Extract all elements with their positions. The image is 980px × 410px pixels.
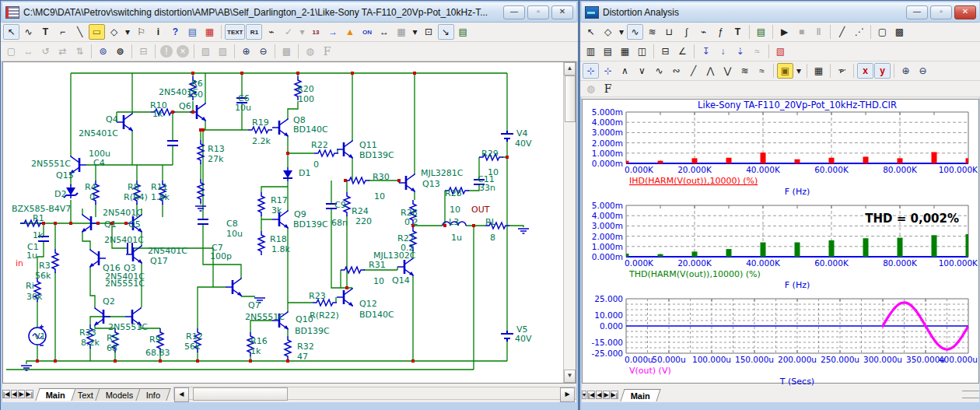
ihd-chart[interactable]: Like-Sony TA-F110_20Vp-Pot_10kHz-THD.CIR…: [583, 100, 978, 196]
cursor-left-icon[interactable]: ⊹: [583, 63, 599, 79]
cursor-mode-icon[interactable]: ≋: [644, 24, 660, 40]
minimize-button[interactable]: —: [906, 5, 928, 19]
go-to-performance-icon[interactable]: 'P': [834, 63, 850, 79]
horizontal-stripes-icon[interactable]: ▤: [600, 44, 616, 59]
tab-info[interactable]: Info: [135, 388, 171, 401]
close-button[interactable]: ✕: [954, 5, 976, 19]
cursor-tag-left-icon[interactable]: ↧: [698, 44, 714, 59]
scale-mode-icon[interactable]: ∿: [627, 24, 643, 40]
global-low-icon[interactable]: ⋁: [719, 63, 736, 79]
plot-nav-button[interactable]: ▶|: [611, 391, 618, 399]
plot-nav-button[interactable]: |◀: [587, 391, 595, 399]
hscroll-thumb[interactable]: [193, 387, 288, 401]
probe-mode-icon[interactable]: ⌁: [695, 24, 712, 40]
hscroll-left-button[interactable]: ◀: [174, 387, 189, 402]
copy-picture-icon[interactable]: ▤: [184, 24, 201, 40]
tab-main[interactable]: Main: [620, 389, 660, 401]
grid-dropdown-icon[interactable]: ▾: [411, 24, 420, 40]
pattern-icon[interactable]: ▩: [278, 44, 295, 59]
shape-mode-icon[interactable]: ◇: [600, 24, 616, 40]
stretch-icon[interactable]: ↔: [20, 44, 37, 59]
flip-vertical-icon[interactable]: ⇅: [72, 44, 88, 59]
measure-tool-icon[interactable]: ↔: [376, 24, 393, 40]
display-attributes-icon[interactable]: R1: [246, 24, 262, 40]
high-icon[interactable]: ∿: [651, 63, 667, 79]
sensitive-part-icon[interactable]: ▦: [201, 24, 218, 40]
branch-dropdown-icon[interactable]: ▾: [794, 63, 803, 79]
low-icon[interactable]: ∾: [668, 63, 684, 79]
zoom-in-icon[interactable]: ⊕: [898, 63, 914, 79]
globe-icon[interactable]: ◍: [302, 44, 318, 59]
cursor-wire-icon[interactable]: ↘: [438, 24, 454, 40]
split-window-icon[interactable]: ⊡: [421, 24, 437, 40]
cursor-right-icon[interactable]: ⊹: [600, 63, 616, 79]
plot-nav-button[interactable]: ▾: [582, 391, 586, 399]
wire-mode-icon[interactable]: ∿: [20, 24, 37, 40]
shape-mode-icon[interactable]: ◇: [106, 24, 122, 40]
wave-tag-icon[interactable]: ≈: [749, 44, 765, 59]
charts-panel[interactable]: Like-Sony TA-F110_20Vp-Pot_10kHz-THD.CIR…: [582, 99, 979, 384]
hscroll-right-button[interactable]: ▶: [560, 387, 575, 402]
properties-icon[interactable]: ▤: [753, 24, 769, 40]
globe-icon[interactable]: ◍: [583, 81, 599, 96]
envelope-top-icon[interactable]: ≋: [737, 63, 753, 79]
ortho-wire-icon[interactable]: ⌐: [54, 24, 71, 40]
text-mode-icon[interactable]: T: [37, 24, 54, 40]
select-cursor-icon[interactable]: ↖: [583, 24, 599, 40]
global-high-icon[interactable]: ⋀: [702, 63, 719, 79]
current-display-icon[interactable]: →: [325, 24, 341, 40]
rotate-icon[interactable]: ↺: [37, 44, 54, 59]
go-to-branch-icon[interactable]: ▣: [777, 63, 793, 79]
pause-icon[interactable]: ‖: [810, 24, 827, 40]
stop-icon[interactable]: ■: [793, 24, 810, 40]
dot-grid-icon[interactable]: ▦: [617, 44, 633, 59]
zoom-out-icon[interactable]: ⊖: [915, 63, 931, 79]
numeric-output-icon[interactable]: ▦: [810, 63, 827, 79]
scroll-up-button[interactable]: ▲: [564, 62, 576, 75]
help-mode-icon[interactable]: ?: [167, 24, 184, 40]
display-pin-names-icon[interactable]: ⌁: [263, 24, 279, 40]
cursor-tag-icon[interactable]: ↓: [715, 44, 731, 59]
tab-main[interactable]: Main: [35, 388, 75, 401]
x-scale-icon[interactable]: x: [857, 63, 873, 79]
vout-chart[interactable]: 25.00010.0000.000-15.000-25.0000.000u50.…: [583, 294, 978, 386]
line-mode-icon[interactable]: ╲: [72, 24, 88, 40]
stamp-paste-icon[interactable]: ▨: [215, 44, 231, 59]
schematic-vscrollbar[interactable]: ▲ ▼: [563, 62, 576, 383]
grid-toggle-icon[interactable]: ▦: [394, 24, 410, 40]
font-icon[interactable]: F: [600, 81, 616, 96]
model-monitor-icon[interactable]: ⊟: [135, 44, 152, 59]
schematic-canvas[interactable]: R61502N5401CR101kQ6Q42N5401CC610uR20100R…: [2, 61, 576, 384]
data-grid-icon[interactable]: ▩: [891, 24, 908, 40]
page-nav-button[interactable]: ◀: [11, 390, 17, 398]
minimize-button[interactable]: —: [503, 5, 525, 19]
select-box-icon[interactable]: ▢: [874, 24, 891, 40]
find-icon[interactable]: ⊚: [112, 44, 128, 59]
step-mode-icon[interactable]: ∫: [678, 24, 695, 40]
peak-icon[interactable]: ∧: [617, 63, 633, 79]
page-nav-button[interactable]: ▶: [18, 390, 24, 398]
wip-dropdown-icon[interactable]: ▾: [297, 24, 306, 40]
stamp-icon[interactable]: ▨: [198, 44, 214, 59]
y-scale-icon[interactable]: y: [874, 63, 891, 79]
zoom-out-icon[interactable]: ⊖: [255, 44, 271, 59]
shape-dropdown-icon[interactable]: ▾: [123, 24, 132, 40]
plot-nav-button[interactable]: ▶: [603, 391, 609, 399]
xy-plot-icon[interactable]: ▧: [772, 44, 789, 59]
page-nav-button[interactable]: |◀: [2, 390, 10, 398]
schematic-titlebar[interactable]: C:\MC9\DATA\Petrov\switching distortion\…: [2, 2, 576, 23]
find-part-icon[interactable]: ⊚: [95, 44, 111, 59]
flag-mode-icon[interactable]: ⚐: [133, 24, 149, 40]
component-mode-icon[interactable]: ▭: [89, 24, 105, 40]
properties-icon[interactable]: ▤: [455, 24, 471, 40]
schematic-hscrollbar[interactable]: ◀ ▶: [173, 387, 576, 400]
column-grid-icon[interactable]: ◫: [634, 44, 650, 59]
font-icon[interactable]: F: [319, 44, 335, 59]
resize-grip[interactable]: [962, 391, 979, 398]
function-mode-icon[interactable]: ƒ: [712, 24, 729, 40]
inflection-icon[interactable]: ╱: [685, 63, 702, 79]
vertical-stripes-icon[interactable]: ▥: [583, 44, 599, 59]
error-info-icon[interactable]: !: [160, 45, 173, 58]
valley-icon[interactable]: ∨: [634, 63, 650, 79]
flip-horizontal-icon[interactable]: ⇄: [54, 44, 71, 59]
